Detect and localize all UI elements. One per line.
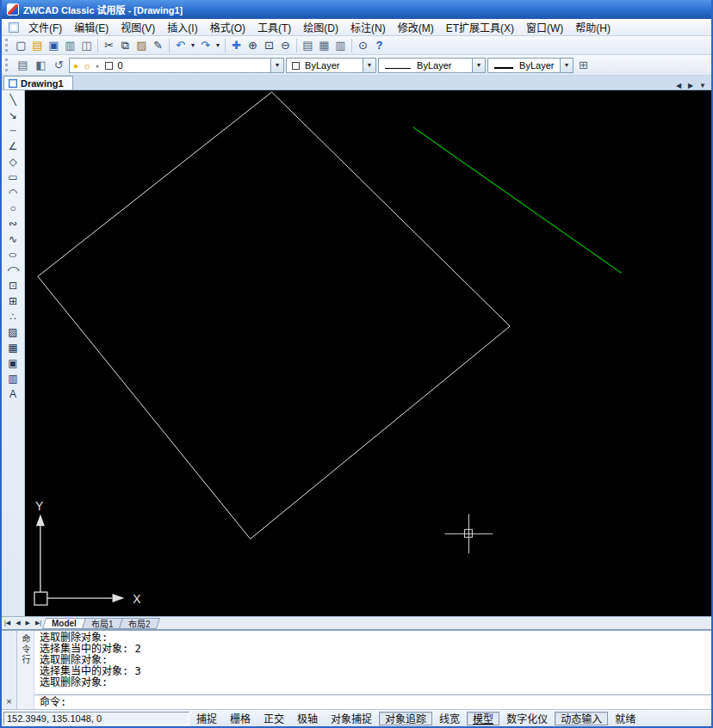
help-icon[interactable]: ? [371,38,388,53]
make-block-icon[interactable]: ⊞ [3,293,23,309]
otrack-toggle[interactable]: 对象追踪 [379,712,432,725]
menu-item[interactable]: 帮助(H) [569,18,617,36]
copy-icon[interactable]: ⧉ [117,38,133,53]
circle-icon[interactable]: ○ [3,201,23,216]
pan-icon[interactable]: ✚ [228,38,245,53]
document-icon[interactable] [9,22,19,33]
tool-palettes-icon[interactable]: ▥ [332,38,349,53]
tab-menu-icon[interactable]: ▼ [698,82,708,89]
cut-icon[interactable]: ✂ [101,38,117,53]
menu-item[interactable]: 工具(T) [251,18,297,36]
layer-dropdown-icon[interactable]: ▼ [270,59,283,72]
hatch-icon[interactable]: ▨ [3,324,23,340]
layout-tabbar: |◀ ◀ ▶ ▶| Model 布局1 布局2 [2,616,711,629]
spline-icon[interactable]: ∿ [3,231,23,247]
drawing-tab-label: Drawing1 [21,78,64,89]
menu-item[interactable]: 绘图(D) [297,18,344,36]
tab-layout2[interactable]: 布局2 [119,618,160,629]
ortho-toggle[interactable]: 正交 [257,712,290,725]
open-icon[interactable]: ▤ [29,38,46,53]
layer-on-icon: ● [73,61,78,71]
color-dropdown-icon[interactable]: ▼ [363,59,375,72]
linetype-combo[interactable]: ByLayer ▼ [378,58,486,73]
snap-toggle[interactable]: 捕捉 [190,712,223,725]
undo-icon[interactable]: ↶ [172,38,189,53]
tab-layout1[interactable]: 布局1 [82,618,123,629]
command-close-button[interactable]: × [3,695,16,707]
grid-toggle[interactable]: 栅格 [224,712,257,725]
tab-drawing1[interactable]: Drawing1 [3,76,73,89]
tab-model[interactable]: Model [42,618,86,629]
save-icon[interactable]: ▣ [46,38,62,53]
digitizer-toggle[interactable]: 数字化仪 [500,712,554,725]
ellipse-arc-icon[interactable]: ◠ [3,262,23,278]
menu-item[interactable]: ET扩展工具(X) [440,18,520,36]
standard-toolbar: ▢ ▤ ▣ ▥ ◫ ✂ ⧉ ▨ ✎ ↶ ▾ ↷ ▾ [2,36,711,55]
command-window[interactable]: × 命令行 选取删除对象: 选择集当中的对象: 2 选取删除对象: 选择集当中的… [2,629,711,709]
prev-tab-button[interactable]: ◀ [13,620,22,626]
square-entity[interactable] [38,92,510,539]
tab-scroll-right-icon[interactable]: ▶ [685,82,696,89]
table-icon[interactable]: ▥ [3,371,23,386]
toolbar-grip[interactable] [5,39,9,52]
layer-properties-icon[interactable]: ▤ [15,58,31,73]
xline-icon[interactable]: ┄ [3,123,23,139]
next-tab-button[interactable]: ▶ [23,620,33,626]
command-history[interactable]: 选取删除对象: 选择集当中的对象: 2 选取删除对象: 选择集当中的对象: 3 … [34,631,711,694]
new-icon[interactable]: ▢ [13,38,29,53]
ray-icon[interactable]: ↘ [3,108,23,123]
menu-item[interactable]: 文件(F) [22,18,68,36]
dyninput-toggle[interactable]: 动态输入 [555,712,608,725]
print-icon[interactable]: ▥ [62,38,78,53]
point-icon[interactable]: ∴ [3,309,23,324]
zoom-realtime-icon[interactable]: ⊕ [245,38,261,53]
linetype-dropdown-icon[interactable]: ▼ [472,59,485,72]
redo-icon[interactable]: ↷ [197,38,214,53]
first-tab-button[interactable]: |◀ [2,620,13,626]
gradient-icon[interactable]: ▦ [3,340,23,355]
layer-combo[interactable]: ● ☼ ▪ 0 ▼ [69,58,284,73]
rectangle-icon[interactable]: ▭ [3,170,23,185]
paste-icon[interactable]: ▨ [133,38,150,53]
green-line-entity[interactable] [413,127,622,273]
menu-item[interactable]: 窗口(W) [520,18,569,36]
zoom-previous-icon[interactable]: ⊖ [277,38,294,53]
design-center-icon[interactable]: ▦ [316,38,332,53]
line-icon[interactable]: ╲ [3,92,23,108]
ellipse-icon[interactable]: ○ [3,247,23,262]
color-combo[interactable]: ByLayer ▼ [286,58,376,73]
menu-item[interactable]: 视图(V) [115,18,161,36]
object-properties-icon[interactable]: ⊞ [575,58,592,73]
revcloud-icon[interactable]: ∾ [3,216,23,231]
lineweight-toggle[interactable]: 线宽 [433,712,466,725]
tab-scroll-left-icon[interactable]: ◀ [673,82,684,89]
toolbar-grip[interactable] [5,59,9,71]
command-prompt[interactable]: 命令: [34,694,711,709]
polar-toggle[interactable]: 极轴 [291,712,324,725]
menu-item[interactable]: 格式(O) [204,18,251,36]
layer-previous-icon[interactable]: ↺ [51,58,67,73]
lineweight-combo[interactable]: ByLayer ▼ [487,58,574,73]
match-properties-icon[interactable]: ✎ [150,38,166,53]
menu-item[interactable]: 编辑(E) [68,18,115,36]
make-layer-current-icon[interactable]: ◧ [33,58,49,73]
polygon-icon[interactable]: ◇ [3,154,23,170]
insert-block-icon[interactable]: ⊡ [3,278,23,293]
menu-item[interactable]: 标注(N) [344,18,392,36]
model-toggle[interactable]: 模型 [467,712,499,725]
menu-item[interactable]: 修改(M) [392,18,440,36]
polyline-icon[interactable]: ∠ [3,139,23,154]
print-preview-icon[interactable]: ◫ [78,38,95,53]
undo-dropdown-icon[interactable]: ▾ [189,38,197,53]
menu-item[interactable]: 插入(I) [161,18,203,36]
zoom-window-icon[interactable]: ⊡ [261,38,277,53]
drawing-canvas[interactable]: X Y [25,90,711,616]
redo-dropdown-icon[interactable]: ▾ [214,38,222,53]
mtext-icon[interactable]: A [3,386,23,402]
osnap-toggle[interactable]: 对象捕捉 [325,712,378,725]
lineweight-dropdown-icon[interactable]: ▼ [560,59,573,72]
region-icon[interactable]: ▣ [3,355,23,371]
find-icon[interactable]: ⊙ [355,38,371,53]
arc-icon[interactable]: ◠ [3,185,23,201]
properties-palette-icon[interactable]: ▤ [300,38,316,53]
